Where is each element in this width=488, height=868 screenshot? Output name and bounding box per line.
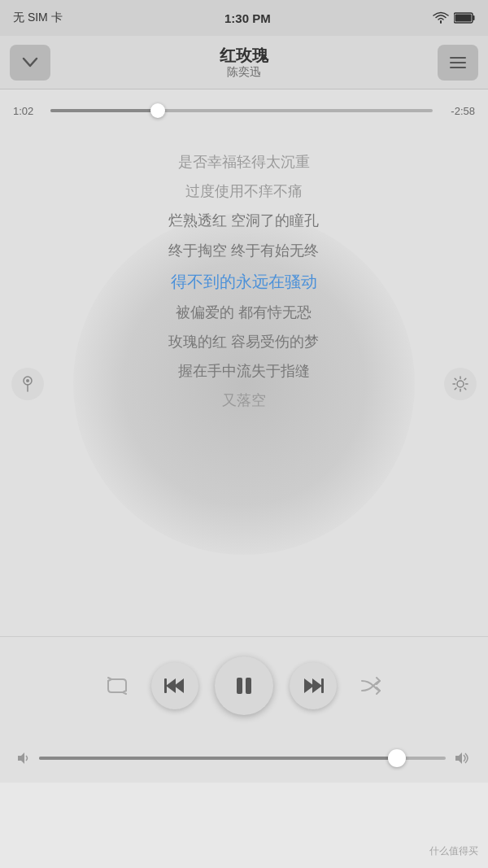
svg-marker-27 [455, 752, 462, 764]
volume-low-icon [16, 751, 31, 765]
chevron-down-icon [22, 57, 38, 68]
progress-track[interactable] [50, 109, 433, 112]
svg-point-8 [26, 379, 29, 382]
battery-icon [454, 12, 475, 24]
svg-marker-24 [312, 678, 322, 693]
time-label: 1:30 PM [224, 11, 271, 25]
svg-marker-19 [166, 678, 176, 693]
volume-high-icon [454, 751, 472, 765]
lyric-line: 烂熟透红 空洞了的瞳孔 [0, 207, 488, 234]
watermark: 什么值得买 [429, 844, 478, 858]
progress-fill [50, 109, 158, 112]
svg-rect-22 [246, 678, 251, 694]
repeat-button[interactable] [99, 668, 135, 704]
progress-thumb[interactable] [150, 103, 165, 118]
next-icon [303, 677, 324, 695]
svg-point-9 [457, 381, 464, 387]
wifi-icon [433, 11, 449, 24]
menu-icon [449, 56, 467, 69]
carrier-label: 无 SIM 卡 [13, 11, 63, 25]
svg-rect-20 [164, 678, 167, 693]
shuffle-button[interactable] [353, 668, 389, 704]
status-icons [433, 11, 475, 24]
lyric-line: 终于掏空 终于有始无终 [0, 237, 488, 264]
header-center: 红玫瑰 陈奕迅 [50, 46, 438, 80]
header: 红玫瑰 陈奕迅 [0, 36, 488, 89]
lyric-line: 又落空 [0, 386, 488, 414]
svg-line-14 [455, 378, 456, 380]
lyric-line: 得不到的永远在骚动 [0, 266, 488, 297]
svg-rect-2 [455, 15, 472, 22]
lyric-line: 被偏爱的 都有恃无恐 [0, 299, 488, 326]
pin-icon [20, 375, 35, 393]
remaining-time: -2:58 [441, 105, 475, 117]
svg-rect-1 [473, 15, 475, 20]
pause-icon [233, 674, 255, 697]
volume-thumb[interactable] [388, 749, 406, 767]
brightness-button[interactable] [444, 368, 477, 400]
artist-name: 陈奕迅 [50, 65, 438, 80]
progress-area: 1:02 -2:58 [0, 89, 488, 132]
repeat-icon [105, 674, 129, 697]
menu-button[interactable] [438, 45, 478, 81]
dropdown-button[interactable] [10, 45, 50, 81]
pause-button[interactable] [215, 656, 273, 715]
volume-fill [39, 757, 397, 760]
volume-area [0, 734, 488, 783]
svg-rect-21 [237, 678, 242, 694]
status-bar: 无 SIM 卡 1:30 PM [0, 0, 488, 36]
svg-line-16 [464, 378, 466, 380]
svg-line-17 [455, 388, 456, 390]
prev-icon [164, 677, 185, 695]
next-button[interactable] [290, 662, 337, 709]
svg-rect-25 [321, 678, 324, 693]
shuffle-icon [359, 674, 383, 697]
svg-marker-26 [18, 752, 24, 764]
lyric-line: 玫瑰的红 容易受伤的梦 [0, 328, 488, 355]
controls-area [0, 636, 488, 734]
song-title: 红玫瑰 [50, 46, 438, 65]
svg-line-15 [464, 388, 466, 390]
lyric-line: 是否幸福轻得太沉重 [0, 148, 488, 176]
lyrics-area: 是否幸福轻得太沉重过度使用不痒不痛烂熟透红 空洞了的瞳孔终于掏空 终于有始无终得… [0, 132, 488, 636]
pin-button[interactable] [11, 368, 44, 400]
lyric-line: 过度使用不痒不痛 [0, 177, 488, 205]
prev-button[interactable] [151, 662, 198, 709]
lyrics-lines: 是否幸福轻得太沉重过度使用不痒不痛烂熟透红 空洞了的瞳孔终于掏空 终于有始无终得… [0, 140, 488, 415]
volume-track[interactable] [39, 757, 446, 760]
lyric-line: 握在手中流失于指缝 [0, 357, 488, 385]
sun-icon [452, 376, 468, 392]
current-time: 1:02 [13, 105, 42, 117]
